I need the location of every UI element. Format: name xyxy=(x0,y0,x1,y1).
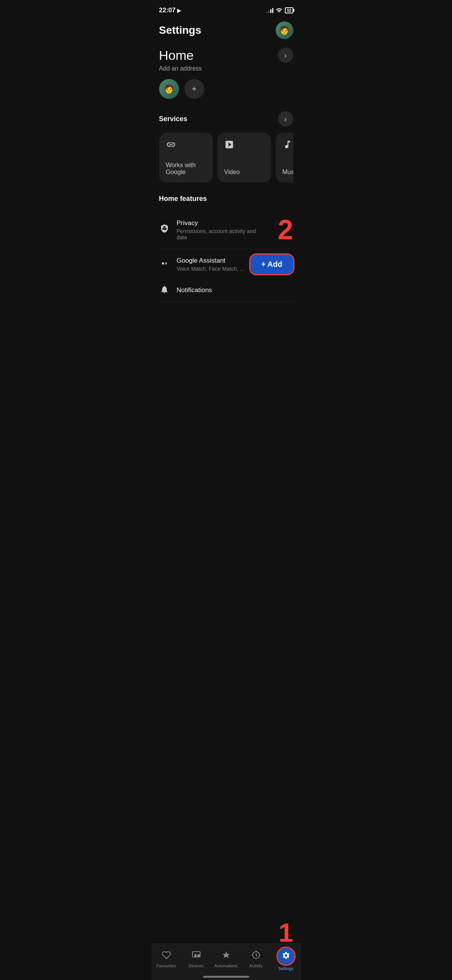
service-label-works-with-google: Works with Google xyxy=(166,162,206,176)
time-display: 22:07 xyxy=(159,7,176,14)
status-bar: 22:07 ▶ 50 xyxy=(151,0,301,18)
service-card-music[interactable]: Music xyxy=(276,133,293,183)
add-button[interactable]: + Add xyxy=(250,255,293,274)
page-title: Settings xyxy=(159,24,201,36)
home-section: Home › Add an address 🧑 + xyxy=(151,44,301,105)
notifications-icon xyxy=(159,285,170,296)
features-title: Home features xyxy=(159,195,293,203)
page-header: Settings 🧑 xyxy=(151,18,301,44)
privacy-icon xyxy=(159,224,170,235)
privacy-name: Privacy xyxy=(177,219,268,227)
wifi-icon xyxy=(276,7,283,14)
services-chevron-button[interactable]: › xyxy=(278,111,293,127)
member-avatar-1[interactable]: 🧑 xyxy=(159,79,179,99)
notifications-name: Notifications xyxy=(177,286,293,294)
members-row: 🧑 + xyxy=(159,79,293,99)
feature-item-assistant[interactable]: Google Assistant Voice Match, Face Match… xyxy=(159,249,293,280)
service-label-music: Music xyxy=(283,169,293,176)
home-chevron-button[interactable]: › xyxy=(278,48,293,63)
service-card-works-with-google[interactable]: Works with Google xyxy=(159,133,213,183)
privacy-text: Privacy Permissions, account activity an… xyxy=(177,219,268,240)
service-card-video[interactable]: Video xyxy=(217,133,271,183)
home-features-section: Home features Privacy Permissions, accou… xyxy=(151,184,301,302)
services-cards-list: Works with Google Video Music ◎ xyxy=(159,133,293,184)
services-header: Services › xyxy=(159,111,293,127)
assistant-text: Google Assistant Voice Match, Face Match… xyxy=(177,257,251,272)
chevron-right-icon: › xyxy=(284,51,287,60)
feature-item-privacy[interactable]: Privacy Permissions, account activity an… xyxy=(159,210,293,249)
assistant-left: Google Assistant Voice Match, Face Match… xyxy=(159,257,251,272)
assistant-name: Google Assistant xyxy=(177,257,251,265)
battery-icon: 50 xyxy=(285,7,293,13)
home-header-row: Home › xyxy=(159,48,293,63)
privacy-desc: Permissions, account activity and data xyxy=(177,228,268,240)
services-title: Services xyxy=(159,115,187,123)
notifications-text: Notifications xyxy=(177,286,293,295)
assistant-icon xyxy=(159,259,170,270)
svg-point-1 xyxy=(165,262,167,265)
service-label-video: Video xyxy=(224,169,240,176)
home-title: Home xyxy=(159,48,194,63)
link-icon xyxy=(166,140,176,152)
services-section: Services › Works with Google Video xyxy=(151,105,301,184)
music-icon xyxy=(283,140,293,152)
plus-icon: + xyxy=(192,84,197,94)
home-address[interactable]: Add an address xyxy=(159,65,293,72)
location-icon: ▶ xyxy=(177,8,181,13)
chevron-right-icon: › xyxy=(284,115,287,123)
feature-item-notifications[interactable]: Notifications xyxy=(159,280,293,302)
svg-point-0 xyxy=(162,262,164,265)
battery-level: 50 xyxy=(287,8,291,13)
video-icon xyxy=(224,140,234,152)
avatar-image: 🧑 xyxy=(276,21,293,39)
status-icons: 50 xyxy=(266,7,293,14)
add-member-button[interactable]: + xyxy=(184,79,204,99)
assistant-desc: Voice Match, Face Match, persona... xyxy=(177,266,246,272)
signal-icon xyxy=(266,8,273,13)
status-time: 22:07 ▶ xyxy=(159,7,181,14)
red-badge-2: 2 xyxy=(278,216,293,243)
user-avatar[interactable]: 🧑 xyxy=(276,21,293,39)
